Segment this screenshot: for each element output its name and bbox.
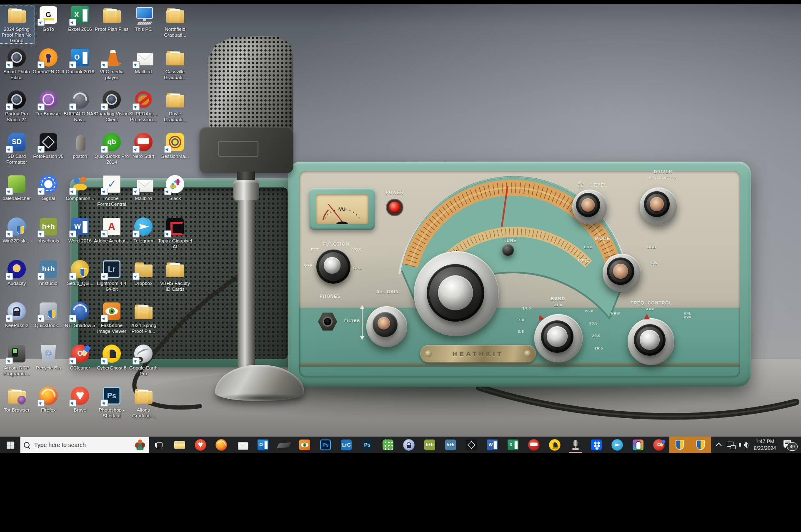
taskbar-icon-windows-security[interactable] xyxy=(669,437,690,453)
taskbar-icon-firefox[interactable] xyxy=(211,437,232,453)
desktop-icon-adobe-formscentral[interactable]: ✓Adobe FormsCentral xyxy=(93,174,130,207)
desktop-icon-hhstudio[interactable]: h+hhhstudio xyxy=(30,259,67,287)
network-icon[interactable] xyxy=(725,441,737,449)
desktop-icon-brave[interactable]: Brave xyxy=(62,386,98,413)
taskbar-icon-file-explorer[interactable] xyxy=(169,437,190,453)
desktop-icon-poston[interactable]: poston xyxy=(62,132,98,160)
guard-cam-icon xyxy=(102,90,122,110)
taskbar-icon-lightroom-classic[interactable]: LrC xyxy=(336,437,357,453)
taskbar-icon-photo-app[interactable] xyxy=(628,437,648,453)
taskbar-icon-mail[interactable] xyxy=(232,437,253,453)
desktop-icon-mailbird[interactable]: Mailbird xyxy=(125,174,162,202)
desktop-icon-slack[interactable]: Slack xyxy=(157,174,193,202)
desktop-icon-buffalo-nas-nav[interactable]: BUFFALO NAS Nav... xyxy=(62,90,98,122)
desktop-icon-cyberghost-8[interactable]: CyberGhost 8 xyxy=(93,344,130,371)
desktop-icon-proof-plan-files[interactable]: Proof Plan Files xyxy=(93,5,130,32)
taskbar-icon-cyberghost[interactable] xyxy=(544,437,565,453)
taskbar-icon-mic-app[interactable] xyxy=(565,437,586,453)
desktop-icon-recycle-bin[interactable]: ♲Recycle Bin xyxy=(30,344,67,371)
clock[interactable]: 1:47 PM 8/22/2024 xyxy=(750,438,780,452)
desktop-icon-cassville-graduati[interactable]: Cassville Graduati... xyxy=(157,47,193,80)
desktop-icon-nero-start[interactable]: neroNero Start xyxy=(125,132,162,160)
desktop-icon-sessionma[interactable]: SessionMa... xyxy=(157,132,193,160)
desktop-icon-superanti-profession[interactable]: SUPERAnti... Profession... xyxy=(125,90,162,122)
desktop-icon-topaz-gigapixel-ai[interactable]: Topaz Gigapixel AI xyxy=(157,217,193,250)
taskbar-icon-hhschools[interactable]: h+h xyxy=(419,437,440,453)
desktop-icon-fotofusion-v5[interactable]: FotoFusion v5 xyxy=(30,132,67,160)
taskbar-icon-excel[interactable]: X xyxy=(503,437,523,453)
taskbar-icon-brave[interactable] xyxy=(190,437,211,453)
desktop-icon-dropbox[interactable]: Dropbox xyxy=(125,259,162,287)
taskbar-icon-hhstudio[interactable]: h+h xyxy=(440,437,461,453)
keepass-icon xyxy=(7,301,27,321)
tray-chevron-up-icon[interactable] xyxy=(714,441,725,449)
radio-label-band-7: 7.0 xyxy=(518,318,525,322)
shortcut-arrow-icon xyxy=(38,273,45,280)
desktop-icon-companion[interactable]: Companion... xyxy=(62,174,98,202)
taskbar-icon-outlook[interactable]: O xyxy=(253,437,273,453)
desktop-icon-openvpn-gui[interactable]: OpenVPN GUI xyxy=(30,47,67,75)
desktop-icon-firefox[interactable]: Firefox xyxy=(30,386,67,413)
action-center-icon[interactable]: 49 xyxy=(780,437,798,453)
desktop-icon-adobe-acrobat[interactable]: AAdobe Acrobat... xyxy=(93,217,130,244)
search-box[interactable]: Type here to search xyxy=(20,437,149,453)
desktop-icon-tor-browser[interactable]: Tor Browser xyxy=(30,90,67,117)
taskbar-icon-photoshop-cc[interactable]: Ps xyxy=(315,437,336,453)
desktop-icon-label: SessionMa... xyxy=(161,154,189,160)
desktop-icon-mailbird[interactable]: Mailbird xyxy=(125,47,162,75)
folder-plain-icon xyxy=(133,259,153,279)
taskbar-icon-keepass[interactable] xyxy=(398,437,419,453)
taskbar-icon-layers-app[interactable] xyxy=(461,437,482,453)
taskbar-icon-keyboard-app[interactable] xyxy=(273,437,294,453)
taskbar-icon-word[interactable]: W xyxy=(482,437,503,453)
desktop-icon-label: Audacity xyxy=(8,281,26,287)
camera-dark2-icon xyxy=(7,90,27,110)
desktop-icon-nti-shadow-5[interactable]: NTI Shadow 5 xyxy=(62,301,98,329)
taskbar-icon-dropbox[interactable] xyxy=(586,437,607,453)
desktop-icon-faststone-image-viewer[interactable]: FastStone Image Viewer xyxy=(93,301,130,334)
desktop-icon-vbhs-faculty-id-cards[interactable]: VBHS Faculty ID Cards xyxy=(157,259,193,292)
desktop-icon-doyle-graduati[interactable]: Doyle Graduati... xyxy=(157,90,193,122)
folder-photo-icon xyxy=(133,301,153,321)
desktop-icon-setup-qui[interactable]: Setup_Qui... xyxy=(62,259,98,287)
desktop-icon-northfield-graduati[interactable]: Northfield Graduati... xyxy=(157,5,193,38)
desktop-icon-google-earth-pro[interactable]: ProGoogle Earth Pro xyxy=(125,344,162,377)
cube-green-icon xyxy=(7,174,27,194)
taskbar-icon-photoshop-old[interactable]: Ps xyxy=(357,437,378,453)
desktop-icon-excel-2016[interactable]: XExcel 2016 xyxy=(62,5,98,32)
desktop-icon-goto[interactable]: GGoTo xyxy=(30,5,67,32)
desktop-icon-ccleaner[interactable]: CCCleaner xyxy=(62,344,98,371)
taskbar-icon-ccleaner[interactable]: C xyxy=(648,437,669,453)
desktop-icon-signal[interactable]: Signal xyxy=(30,174,67,202)
desktop-icon-outlook-2016[interactable]: OOutlook 2016 xyxy=(62,47,98,75)
desktop-icon-vlc-media-player[interactable]: VLC media player xyxy=(93,47,130,80)
volume-icon[interactable] xyxy=(737,441,750,449)
topaz-icon xyxy=(165,217,185,237)
desktop-icon-photoshop-shortcut[interactable]: PsPhotoshop - Shortcut xyxy=(93,386,130,419)
desktop-icon-telegram[interactable]: Telegram xyxy=(125,217,162,244)
task-view-button[interactable] xyxy=(149,437,168,453)
desktop-icon-guarding-vision-client[interactable]: Guarding Vision Client xyxy=(93,90,130,122)
start-button[interactable] xyxy=(0,437,20,453)
shortcut-arrow-icon xyxy=(101,273,108,280)
desktop-icon-quickbooks-pro-2014[interactable]: qbQuickBooks Pro 2014 xyxy=(93,132,130,165)
desktop-icon-label: Adobe Acrobat... xyxy=(94,238,129,244)
page-check-icon: ✓ xyxy=(102,174,122,194)
taskbar-icon-green-dots-app[interactable] xyxy=(378,437,398,453)
desktop-icon-label: Google Earth Pro xyxy=(125,365,161,377)
desktop-icon-label: Proof Plan Files xyxy=(95,27,128,32)
desktop-icon-lightroom-4-4-64-bit[interactable]: LrLightroom 4.4 64-bit xyxy=(93,259,130,292)
shortcut-arrow-icon xyxy=(69,19,76,26)
search-highlight-flower-icon[interactable] xyxy=(135,440,145,450)
desktop-icon-quickbook[interactable]: QuickBook... xyxy=(30,301,67,329)
taskbar-icon-faststone[interactable] xyxy=(294,437,315,453)
desktop-icon-word-2016[interactable]: WWord 2016 xyxy=(62,217,98,244)
taskbar-icon-telegram[interactable] xyxy=(607,437,628,453)
taskbar-icon-windows-security-2[interactable] xyxy=(690,437,711,453)
taskbar-icon-nero[interactable]: nero xyxy=(523,437,544,453)
desktop-icon-this-pc[interactable]: This PC xyxy=(125,5,162,32)
desktop-icon-hhschools[interactable]: h+hhhschools xyxy=(30,217,67,244)
desktop-icon-2024-spring-proof-pla[interactable]: 2024 Spring Proof Pla... xyxy=(125,301,162,334)
desktop-icon-allons-graduati[interactable]: Allons Graduati... xyxy=(125,386,162,419)
folder-cert-icon xyxy=(165,5,185,25)
